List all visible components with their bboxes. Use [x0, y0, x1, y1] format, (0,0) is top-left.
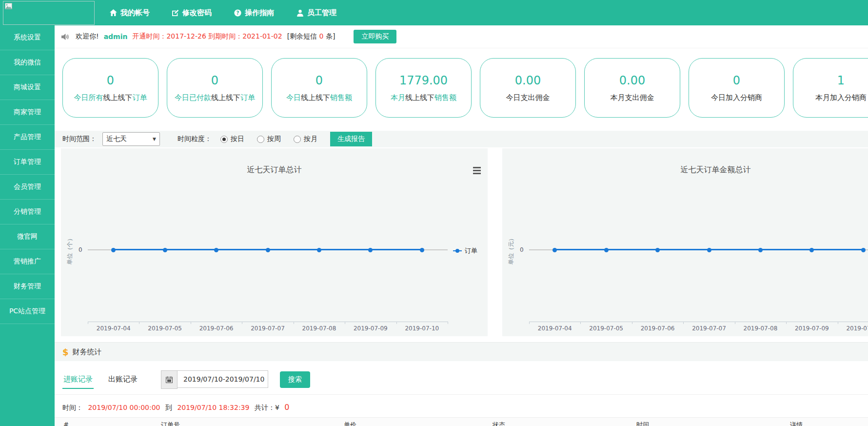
- nav-menu-item-2[interactable]: 修改密码: [172, 8, 212, 18]
- stat-card-value: 0.00: [619, 74, 645, 87]
- x-axis-line: [88, 322, 448, 322]
- stat-card-1[interactable]: 0今日所有线上线下订单: [62, 58, 158, 118]
- calendar-icon[interactable]: [161, 370, 178, 389]
- stat-card-4[interactable]: 1779.00本月线上线下销售额: [375, 58, 472, 118]
- data-point: [420, 248, 424, 252]
- navbar-menu: 我的帐号修改密码?操作指南员工管理: [110, 0, 336, 25]
- x-axis-date-label: 2019-07-06: [641, 325, 675, 332]
- sidebar-item-11[interactable]: 财务管理: [0, 274, 55, 299]
- data-point: [111, 248, 116, 252]
- sidebar-item-5[interactable]: 产品管理: [0, 125, 55, 150]
- x-axis-tick: [683, 322, 684, 324]
- y-axis-tick-0: 0: [520, 246, 524, 253]
- date-range-input[interactable]: [178, 370, 268, 388]
- data-point: [214, 248, 218, 252]
- nav-menu-item-3[interactable]: ?操作指南: [234, 8, 274, 18]
- time-range-label: 时间范围：: [62, 135, 97, 143]
- data-point: [604, 248, 609, 252]
- main-content: 欢迎你! admin 开通时间：2017-12-26 到期时间：2021-01-…: [55, 25, 868, 426]
- data-point: [317, 248, 321, 252]
- stat-card-3[interactable]: 0今日线上线下销售额: [271, 58, 367, 118]
- chart-legend[interactable]: 订单: [453, 246, 477, 255]
- finance-tab-1[interactable]: 进账记录: [62, 371, 94, 389]
- granularity-radio-3[interactable]: 按月: [294, 135, 317, 143]
- granularity-radio-group: 按日按周按月: [220, 135, 317, 143]
- sidebar-item-12[interactable]: PC站点管理: [0, 299, 55, 324]
- help-icon: ?: [234, 9, 241, 17]
- x-axis-date-label: 2019-07-07: [692, 325, 726, 332]
- nav-menu-item-1[interactable]: 我的帐号: [110, 8, 150, 18]
- buy-now-button[interactable]: 立即购买: [354, 30, 396, 43]
- x-axis-date-label: 2019-07-10: [405, 325, 439, 332]
- stat-card-label: 本月支出佣金: [611, 93, 654, 102]
- time-to-value: 2019/07/10 18:32:39: [177, 404, 249, 411]
- stat-card-label: 本月线上线下销售额: [391, 93, 456, 102]
- chart-menu-icon[interactable]: [473, 167, 481, 174]
- dollar-icon: $: [62, 347, 69, 357]
- sidebar-item-1[interactable]: 系统设置: [0, 25, 55, 50]
- granularity-label: 时间粒度：: [178, 135, 212, 143]
- radio-label: 按月: [304, 135, 317, 143]
- granularity-radio-2[interactable]: 按周: [257, 135, 281, 143]
- sidebar-item-8[interactable]: 分销管理: [0, 200, 55, 224]
- finance-section-header: $ 财务统计: [55, 342, 868, 361]
- stat-card-value: 0.00: [515, 74, 541, 87]
- radio-icon: [257, 136, 264, 143]
- chart-panel-1: 近七天订单总计单位（个）02019-07-042019-07-052019-07…: [61, 148, 488, 336]
- total-value: 0: [284, 403, 289, 412]
- data-point: [552, 248, 557, 252]
- x-axis-tick: [345, 322, 345, 324]
- x-axis-tick: [580, 322, 581, 324]
- x-axis-tick: [396, 322, 397, 324]
- x-axis-tick: [529, 322, 530, 324]
- x-axis-date-label: 2019-07-07: [251, 325, 285, 332]
- x-axis-tick: [139, 322, 139, 324]
- search-button[interactable]: 搜索: [280, 371, 310, 388]
- sidebar-item-3[interactable]: 商城设置: [0, 75, 55, 100]
- welcome-username: admin: [104, 33, 128, 41]
- account-period-text: 开通时间：2017-12-26 到期时间：2021-01-02: [132, 32, 282, 41]
- stat-card-value: 1779.00: [399, 74, 448, 87]
- stat-card-label: 今日已付款线上线下订单: [175, 93, 255, 102]
- date-range-group: [161, 370, 268, 389]
- x-axis-tick: [88, 322, 88, 324]
- x-axis-date-label: 2019-07-04: [97, 325, 131, 332]
- x-axis-date-label: 2019-07-09: [795, 325, 829, 332]
- x-axis-date-label: 2019-07-08: [302, 325, 336, 332]
- home-icon: [110, 9, 117, 16]
- sidebar-item-2[interactable]: 我的微信: [0, 50, 55, 75]
- nav-menu-item-4[interactable]: 员工管理: [296, 8, 336, 18]
- sidebar-item-6[interactable]: 订单管理: [0, 150, 55, 175]
- radio-icon: [220, 136, 228, 143]
- x-axis-tick: [786, 322, 787, 324]
- edit-icon: [172, 9, 179, 16]
- legend-label: 订单: [465, 246, 477, 255]
- data-point: [809, 248, 814, 252]
- granularity-radio-1[interactable]: 按日: [220, 135, 244, 143]
- sidebar-item-10[interactable]: 营销推广: [0, 249, 55, 274]
- time-range-selected-value: 近七天: [106, 135, 127, 143]
- chart-title: 近七天订单总计: [61, 165, 488, 175]
- sidebar-item-7[interactable]: 会员管理: [0, 175, 55, 200]
- x-axis-tick: [242, 322, 242, 324]
- sidebar: 系统设置我的微信商城设置商家管理产品管理订单管理会员管理分销管理微官网营销推广财…: [0, 25, 55, 426]
- finance-tabs: 进账记录出账记录: [62, 371, 152, 389]
- stat-card-5[interactable]: 0.00今日支出佣金: [480, 58, 576, 118]
- sidebar-item-4[interactable]: 商家管理: [0, 100, 55, 125]
- finance-tab-2[interactable]: 出账记录: [107, 371, 138, 389]
- generate-report-button[interactable]: 生成报告: [330, 132, 372, 146]
- stat-card-value: 0: [211, 74, 218, 87]
- stat-card-6[interactable]: 0.00本月支出佣金: [584, 58, 680, 118]
- data-point: [266, 248, 270, 252]
- time-summary-row: 时间： 2019/07/10 00:00:00 到 2019/07/10 18:…: [55, 394, 868, 412]
- x-axis-tick: [294, 322, 294, 324]
- x-axis-tick: [735, 322, 735, 324]
- stat-card-8[interactable]: 1本月加入分销商: [793, 58, 868, 118]
- nav-menu-item-label: 我的帐号: [120, 8, 150, 18]
- time-range-select[interactable]: 近七天 ▼: [102, 132, 160, 146]
- table-column-header-5: 时间: [636, 421, 649, 426]
- sidebar-item-9[interactable]: 微官网: [0, 224, 55, 249]
- svg-text:?: ?: [237, 10, 239, 16]
- stat-card-2[interactable]: 0今日已付款线上线下订单: [167, 58, 263, 118]
- stat-card-7[interactable]: 0今日加入分销商: [689, 58, 785, 118]
